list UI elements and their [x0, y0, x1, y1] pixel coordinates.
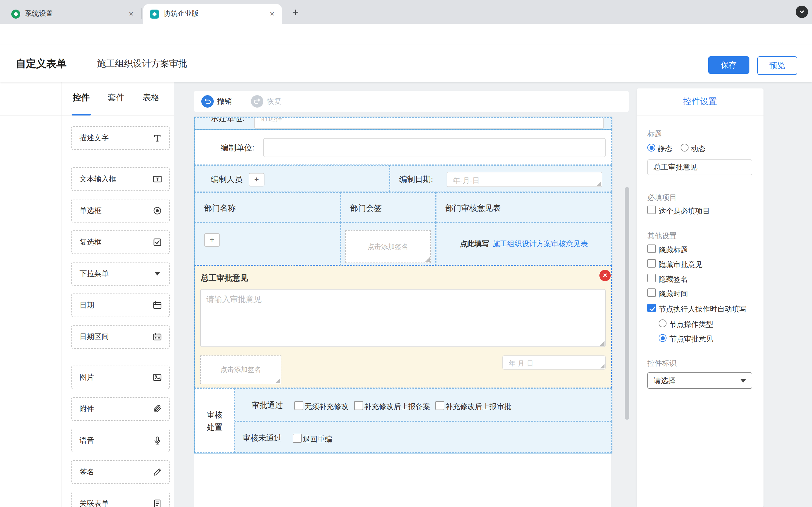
canvas-scrollbar-thumb[interactable]	[625, 187, 629, 420]
auto-fill-checkbox[interactable]	[647, 304, 656, 312]
node-action-type-radio[interactable]	[659, 320, 666, 327]
node-approval-opinion-row: 节点审批意见	[637, 334, 763, 344]
title-section-label: 标题	[647, 129, 662, 139]
checkbox[interactable]	[435, 401, 444, 410]
hide-title-checkbox[interactable]	[647, 244, 656, 253]
resize-handle[interactable]	[275, 378, 280, 383]
review-sheet-link[interactable]: 施工组织设计方案审核意见表	[493, 239, 588, 249]
tab-controls[interactable]: 控件	[73, 93, 90, 103]
control-item-text-input[interactable]: 文本输入框	[71, 167, 170, 191]
control-item-description-text[interactable]: 描述文字	[71, 126, 170, 150]
control-item-radio[interactable]: 单选框	[71, 199, 170, 223]
unit-label: 编制单位:	[195, 143, 254, 153]
control-item-attachment[interactable]: 附件	[71, 397, 170, 421]
other-section-label: 其他设置	[647, 231, 677, 241]
table-cell-dept-name[interactable]	[195, 223, 341, 265]
delete-component-icon[interactable]	[599, 270, 611, 281]
browser-tab-system-settings[interactable]: 系统设置	[4, 4, 141, 24]
undo-icon[interactable]	[201, 95, 214, 108]
date-label: 编制日期:	[399, 175, 433, 185]
node-action-type-row: 节点操作类型	[637, 319, 763, 329]
form-row-contractor[interactable]: 承建单位: 请选择	[195, 117, 612, 129]
sidebar-tabs-divider	[0, 115, 174, 116]
unit-input[interactable]	[263, 138, 606, 157]
disposition-label-cell[interactable]: 审核处置	[195, 388, 235, 453]
contractor-label: 承建单位:	[211, 117, 245, 124]
node-approval-opinion-radio[interactable]	[659, 334, 666, 342]
tab-title: 协筑企业版	[163, 9, 267, 18]
required-section-label: 必填项目	[647, 193, 677, 203]
preview-button[interactable]: 预览	[757, 56, 797, 75]
page-title: 自定义表单	[16, 57, 66, 70]
new-tab-button[interactable]	[289, 6, 302, 19]
form-row-date[interactable]: 编制日期: 年-月-日	[390, 165, 612, 192]
table-header-dept-sign[interactable]: 部门会签	[341, 192, 436, 223]
add-dept-button[interactable]	[204, 233, 220, 247]
checkbox[interactable]	[293, 434, 302, 443]
required-checkbox[interactable]	[647, 206, 656, 214]
control-item-signature[interactable]: 签名	[71, 460, 170, 484]
signature-box[interactable]: 点击添加签名	[200, 355, 282, 384]
approval-opinion-textarea[interactable]: 请输入审批意见	[200, 289, 606, 347]
table-header-dept-name[interactable]: 部门名称	[195, 192, 341, 223]
signature-box[interactable]: 点击添加签名	[345, 230, 431, 263]
tab-close-icon[interactable]	[126, 9, 136, 18]
approval-date-input[interactable]: 年-月-日	[502, 355, 606, 370]
form-row-author[interactable]: 编制人员	[195, 165, 390, 192]
radio-icon	[152, 206, 162, 216]
hide-signature-checkbox[interactable]	[647, 274, 656, 282]
control-item-date-range[interactable]: 日期区间	[71, 325, 170, 349]
control-item-image[interactable]: 图片	[71, 365, 170, 389]
table-cell-dept-sign[interactable]: 点击添加签名	[341, 223, 436, 265]
control-item-dropdown[interactable]: 下拉菜单	[71, 262, 170, 286]
control-item-linked-form[interactable]: 关联表单	[71, 492, 170, 507]
title-value-input[interactable]: 总工审批意见	[647, 159, 752, 175]
tab-tables[interactable]: 表格	[143, 93, 160, 103]
hide-opinion-checkbox[interactable]	[647, 259, 656, 268]
control-item-voice[interactable]: 语音	[71, 429, 170, 452]
fill-here-text: 点此填写	[460, 239, 489, 249]
control-item-checkbox[interactable]: 复选框	[71, 230, 170, 254]
checkbox[interactable]	[354, 401, 363, 410]
selected-component-chief-approval[interactable]: 总工审批意见 请输入审批意见 点击添加签名 年-月-日	[195, 265, 612, 388]
contractor-select[interactable]: 请选择	[254, 117, 604, 129]
disposition-pass-row[interactable]: 审批通过 无须补充修改 补充修改后上报备案 补充修改后上报审批	[235, 388, 612, 421]
save-button[interactable]: 保存	[708, 56, 749, 74]
undo-label[interactable]: 撤销	[217, 96, 232, 107]
table-header-dept-review[interactable]: 部门审核意见表	[436, 192, 612, 223]
redo-icon[interactable]	[251, 95, 263, 108]
tab-kits[interactable]: 套件	[108, 93, 124, 103]
mic-icon	[152, 436, 162, 446]
tab-close-icon[interactable]	[267, 9, 277, 18]
title-mode-row: 静态 动态	[637, 143, 763, 153]
browser-profile-chevron-icon[interactable]	[796, 6, 808, 18]
hide-time-checkbox[interactable]	[647, 288, 656, 297]
disposition-fail-row[interactable]: 审核未通过 退回重编	[235, 421, 612, 453]
checkbox-icon	[152, 237, 162, 247]
pen-icon	[152, 467, 162, 477]
linked-form-icon	[152, 499, 162, 507]
resize-handle[interactable]	[596, 181, 601, 186]
resize-handle[interactable]	[599, 341, 605, 346]
browser-window: 系统设置 协筑企业版 xmgl.glod	[0, 0, 812, 507]
browser-address-bar: xmgl.glodon.com/project-doc/workbench/xf…	[0, 24, 812, 45]
auto-fill-row: 节点执行人操作时自动填写	[637, 304, 763, 314]
hide-opinion-row: 隐藏审批意见	[637, 259, 763, 269]
static-radio[interactable]	[647, 144, 655, 152]
redo-label[interactable]: 恢复	[267, 96, 282, 107]
control-item-date[interactable]: 日期	[71, 293, 170, 317]
add-author-button[interactable]	[249, 173, 264, 186]
table-cell-dept-review[interactable]: 点此填写 施工组织设计方案审核意见表	[436, 223, 612, 265]
tab-separator	[141, 8, 142, 19]
browser-tab-strip: 系统设置 协筑企业版	[0, 0, 812, 24]
date-input[interactable]: 年-月-日	[447, 172, 602, 187]
checkbox[interactable]	[294, 401, 303, 410]
form-row-unit[interactable]: 编制单位:	[195, 129, 612, 165]
resize-handle[interactable]	[424, 257, 430, 262]
identifier-select[interactable]: 请选择	[647, 372, 752, 389]
resize-handle[interactable]	[599, 363, 605, 369]
dynamic-radio[interactable]	[680, 144, 689, 152]
calendar-range-icon	[152, 332, 162, 342]
browser-tab-xiezhu[interactable]: 协筑企业版	[143, 4, 282, 24]
identifier-section-label: 控件标识	[647, 358, 677, 369]
